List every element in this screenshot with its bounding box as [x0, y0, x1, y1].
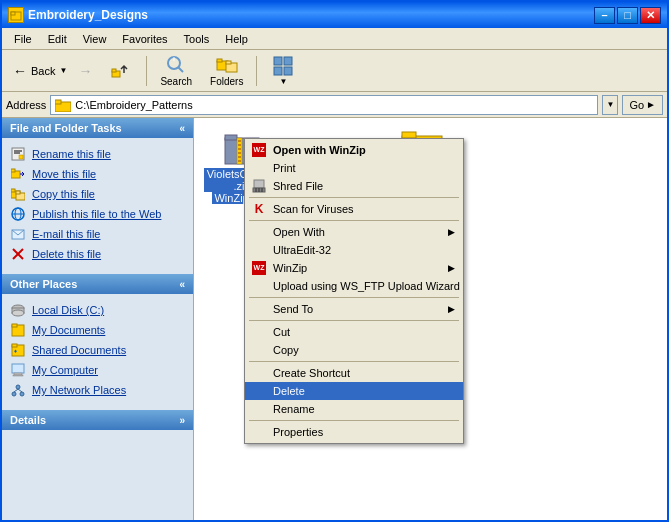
ctx-delete[interactable]: Delete [245, 382, 463, 400]
collapse-icon: « [179, 123, 185, 134]
go-label: Go [629, 99, 644, 111]
title-bar: Embroidery_Designs – □ ✕ [2, 2, 667, 28]
svg-rect-14 [284, 67, 292, 75]
svg-rect-55 [238, 152, 241, 154]
move-file-label: Move this file [32, 168, 96, 180]
menu-file[interactable]: File [6, 31, 40, 47]
details-expand-icon: » [179, 415, 185, 426]
back-button[interactable]: ← Back ▼ [6, 59, 74, 83]
ctx-copy[interactable]: Copy [245, 341, 463, 359]
svg-text:♦: ♦ [14, 348, 17, 354]
toolbar-sep-2 [256, 56, 257, 86]
my-computer-place[interactable]: My Computer [10, 360, 185, 380]
local-disk-place[interactable]: Local Disk (C:) [10, 300, 185, 320]
svg-rect-43 [13, 375, 23, 376]
ctx-print[interactable]: Print [245, 159, 463, 177]
svg-rect-22 [11, 169, 15, 172]
publish-web-task[interactable]: Publish this file to the Web [10, 204, 185, 224]
rename-file-label: Rename this file [32, 148, 111, 160]
menu-tools[interactable]: Tools [176, 31, 218, 47]
ctx-sep-2 [249, 220, 459, 221]
menu-favorites[interactable]: Favorites [114, 31, 175, 47]
ctx-open-winzip[interactable]: WZ Open with WinZip [245, 141, 463, 159]
file-folder-tasks-header[interactable]: File and Folder Tasks « [2, 118, 193, 138]
ctx-send-to[interactable]: Send To ▶ [245, 300, 463, 318]
move-file-task[interactable]: Move this file [10, 164, 185, 184]
svg-rect-41 [12, 364, 24, 373]
email-file-task[interactable]: E-mail this file [10, 224, 185, 244]
context-menu: WZ Open with WinZip Print [244, 138, 464, 444]
ctx-rename[interactable]: Rename [245, 400, 463, 418]
winzip-ctx-icon: WZ [251, 142, 267, 158]
my-documents-icon [10, 322, 26, 338]
window-controls: – □ ✕ [594, 7, 661, 24]
search-button[interactable]: Search [153, 51, 199, 90]
svg-rect-6 [173, 57, 175, 61]
forward-button[interactable]: → [74, 59, 96, 83]
address-folder-icon [55, 98, 71, 112]
publish-web-label: Publish this file to the Web [32, 208, 161, 220]
ctx-winzip[interactable]: WZ WinZip ▶ [245, 259, 463, 277]
ctx-scan-viruses[interactable]: K Scan for Viruses [245, 200, 463, 218]
content-area: VioletsCHART.zip WinZip File VioletsCHAR… [194, 118, 667, 520]
back-label: Back [31, 65, 55, 77]
details-label: Details [10, 414, 46, 426]
copy-file-task[interactable]: Copy this file [10, 184, 185, 204]
svg-rect-52 [238, 140, 241, 142]
email-icon [10, 226, 26, 242]
winzip-ctx-icon2: WZ [251, 260, 267, 276]
views-dropdown[interactable]: ▼ [279, 77, 287, 86]
svg-rect-20 [19, 155, 23, 159]
ctx-shred-file[interactable]: Shred File [245, 177, 463, 195]
close-button[interactable]: ✕ [640, 7, 661, 24]
address-dropdown[interactable]: ▼ [602, 95, 618, 115]
search-icon [165, 54, 187, 76]
disk-icon [10, 302, 26, 318]
minimize-button[interactable]: – [594, 7, 615, 24]
go-arrow-icon: ► [646, 99, 656, 110]
ctx-sep-6 [249, 420, 459, 421]
my-documents-label: My Documents [32, 324, 105, 336]
ctx-create-shortcut[interactable]: Create Shortcut [245, 364, 463, 382]
up-icon [109, 60, 131, 82]
svg-rect-54 [238, 148, 241, 150]
menu-view[interactable]: View [75, 31, 115, 47]
up-button[interactable] [100, 57, 140, 85]
go-button[interactable]: Go ► [622, 95, 663, 115]
ctx-open-with[interactable]: Open With ▶ [245, 223, 463, 241]
svg-rect-16 [55, 100, 61, 104]
views-button[interactable]: ▼ [263, 52, 303, 89]
back-icon: ← [13, 63, 27, 79]
svg-rect-11 [274, 57, 282, 65]
delete-file-task[interactable]: Delete this file [10, 244, 185, 264]
svg-rect-10 [226, 61, 231, 64]
forward-icon: → [78, 63, 92, 79]
svg-rect-13 [274, 67, 282, 75]
address-label: Address [6, 99, 46, 111]
copy-file-label: Copy this file [32, 188, 95, 200]
my-network-places-place[interactable]: My Network Places [10, 380, 185, 400]
menu-edit[interactable]: Edit [40, 31, 75, 47]
svg-rect-3 [112, 69, 116, 72]
ctx-ultraedit[interactable]: UltraEdit-32 [245, 241, 463, 259]
shared-documents-place[interactable]: ♦ Shared Documents [10, 340, 185, 360]
ctx-cut[interactable]: Cut [245, 323, 463, 341]
folders-button[interactable]: Folders [203, 51, 250, 90]
ctx-upload-ftp[interactable]: Upload using WS_FTP Upload Wizard [245, 277, 463, 295]
my-computer-icon [10, 362, 26, 378]
svg-rect-50 [225, 135, 237, 140]
delete-file-label: Delete this file [32, 248, 101, 260]
window-title: Embroidery_Designs [28, 8, 594, 22]
address-path[interactable]: C:\Embroidery_Patterns [75, 99, 192, 111]
rename-file-task[interactable]: Rename this file [10, 144, 185, 164]
ctx-sep-5 [249, 361, 459, 362]
menu-help[interactable]: Help [217, 31, 256, 47]
window: Embroidery_Designs – □ ✕ File Edit View … [0, 0, 669, 522]
folders-label: Folders [210, 76, 243, 87]
my-documents-place[interactable]: My Documents [10, 320, 185, 340]
scan-icon: K [251, 201, 267, 217]
other-places-header[interactable]: Other Places « [2, 274, 193, 294]
ctx-properties[interactable]: Properties [245, 423, 463, 441]
details-header[interactable]: Details » [2, 410, 193, 430]
maximize-button[interactable]: □ [617, 7, 638, 24]
